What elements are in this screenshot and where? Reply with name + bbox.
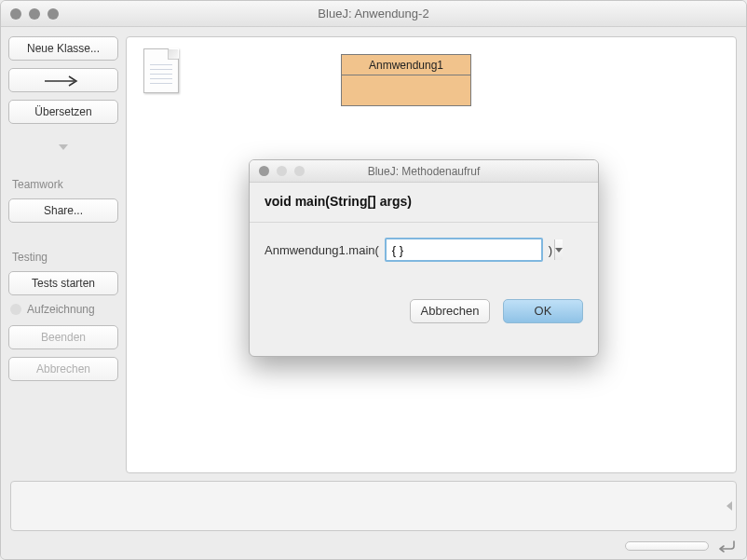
dialog-window-controls xyxy=(259,166,305,176)
arrow-right-icon xyxy=(43,73,84,89)
zoom-icon[interactable] xyxy=(48,8,59,20)
args-dropdown-button[interactable] xyxy=(554,239,563,260)
call-suffix: ) xyxy=(549,243,552,257)
method-call-dialog: BlueJ: Methodenaufruf void main(String[]… xyxy=(249,159,599,357)
record-label: Aufzeichnung xyxy=(27,303,95,316)
footer xyxy=(1,475,746,559)
dialog-content: void main(String[] args) Anmwendung1.mai… xyxy=(250,183,598,333)
ok-button[interactable]: OK xyxy=(503,299,583,323)
minimize-icon[interactable] xyxy=(29,8,40,20)
call-prefix: Anmwendung1.main( xyxy=(265,243,379,257)
main-titlebar[interactable]: BlueJ: Anwendung-2 xyxy=(1,1,746,27)
cancel-button[interactable]: Abbrechen xyxy=(410,299,490,323)
repl-return-icon[interactable] xyxy=(716,539,737,553)
args-input[interactable] xyxy=(387,239,554,260)
start-tests-button[interactable]: Tests starten xyxy=(8,271,118,295)
teamwork-label: Teamwork xyxy=(12,178,118,191)
divider xyxy=(250,222,598,223)
sidebar: Neue Klasse... Übersetzen Teamwork Share… xyxy=(1,27,126,477)
collapse-left-icon[interactable] xyxy=(727,501,732,511)
dialog-titlebar[interactable]: BlueJ: Methodenaufruf xyxy=(250,160,598,183)
inherit-arrow-button[interactable] xyxy=(8,68,118,92)
minimize-icon xyxy=(277,166,287,176)
argument-row: Anmwendung1.main( ) xyxy=(265,238,583,262)
end-record-button: Beenden xyxy=(8,325,118,349)
zoom-icon xyxy=(294,166,305,176)
readme-document-icon[interactable] xyxy=(143,48,179,93)
main-window: BlueJ: Anwendung-2 Neue Klasse... Überse… xyxy=(0,0,747,560)
chevron-down-icon[interactable] xyxy=(59,144,68,150)
new-class-button[interactable]: Neue Klasse... xyxy=(8,36,118,61)
progress-bar xyxy=(625,541,709,551)
cancel-record-button: Abbrechen xyxy=(8,357,118,381)
compile-button[interactable]: Übersetzen xyxy=(8,100,118,124)
window-title: BlueJ: Anwendung-2 xyxy=(1,7,746,20)
chevron-down-icon xyxy=(555,248,563,253)
record-indicator-icon xyxy=(10,304,21,315)
record-toggle[interactable]: Aufzeichnung xyxy=(10,303,118,316)
class-box-anmwendung1[interactable]: Anmwendung1 xyxy=(341,54,471,106)
class-box-name: Anmwendung1 xyxy=(342,55,470,75)
args-combobox[interactable] xyxy=(385,238,543,262)
status-row xyxy=(10,535,737,557)
window-controls xyxy=(10,8,59,20)
close-icon[interactable] xyxy=(10,8,21,20)
object-bench[interactable] xyxy=(10,481,737,531)
method-signature: void main(String[] args) xyxy=(265,194,583,209)
share-button[interactable]: Share... xyxy=(8,198,118,223)
testing-label: Testing xyxy=(12,251,118,264)
dialog-buttons: Abbrechen OK xyxy=(265,299,583,323)
close-icon[interactable] xyxy=(259,166,269,176)
